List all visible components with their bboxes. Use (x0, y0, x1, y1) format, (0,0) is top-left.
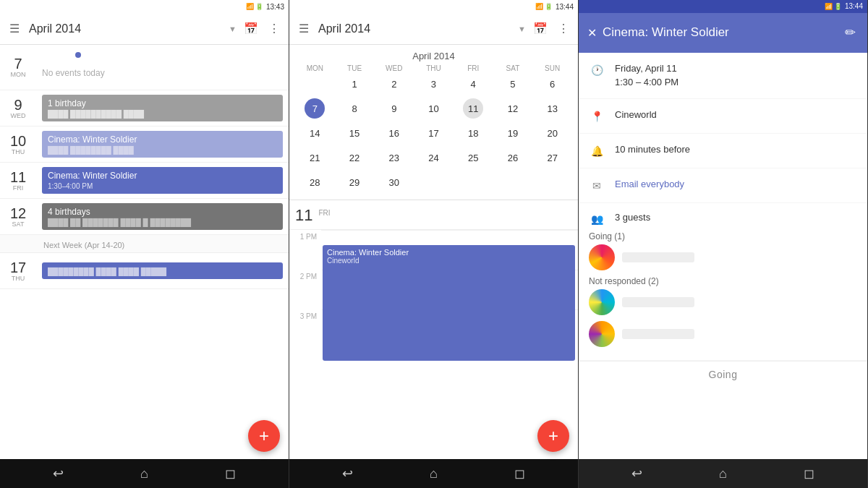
detail-date: Friday, April 11 (615, 61, 678, 76)
home-button-3[interactable]: ⌂ (719, 466, 727, 481)
cal-day-29[interactable]: 29 (344, 172, 365, 192)
going-label: Going (1) (589, 231, 857, 241)
detail-time: 1:30 – 4:00 PM (615, 75, 678, 90)
not-responded-label: Not responded (2) (589, 276, 857, 286)
event-17[interactable]: █████████ ████ ████ █████ (42, 262, 283, 279)
status-bar-2: 📶 🔋 13:44 (289, 0, 578, 13)
detail-location: Cineworld (615, 108, 657, 122)
cal-day-3[interactable]: 3 (423, 74, 443, 94)
day-label-sm: FRI (318, 209, 330, 217)
back-button-1[interactable]: ↩ (53, 466, 64, 481)
fab-button-2[interactable]: + (537, 420, 569, 452)
event-block-cinema[interactable]: Cinema: Winter Soldier Cineworld (323, 245, 575, 361)
day-label-12: 12 SAT (0, 199, 36, 234)
cal-day-24[interactable]: 24 (423, 147, 443, 168)
cal-day-1[interactable]: 1 (344, 74, 365, 94)
time-label-3pm: 3 PM (289, 309, 321, 349)
dropdown-arrow-1[interactable]: ▼ (229, 25, 237, 33)
day-row-10: 10 THU Cinema: Winter Soldier ████ █████… (0, 127, 289, 163)
cal-day-6[interactable]: 6 (542, 74, 563, 94)
time-slot-1pm: 1 PM Cinema: Winter Soldier Cineworld (289, 230, 578, 270)
guest-name-1 (622, 252, 694, 262)
status-time-3: 13:44 (845, 2, 863, 10)
cal-day-13[interactable]: 13 (542, 98, 563, 119)
fab-button-1[interactable]: + (248, 420, 280, 452)
cal-day-26[interactable]: 26 (503, 147, 523, 168)
cal-day-25[interactable]: 25 (463, 147, 483, 168)
schedule-content: 7 MON No events today 9 WED 1 birthday █… (0, 45, 289, 459)
cal-day-17[interactable]: 17 (423, 123, 443, 143)
cal-day-22[interactable]: 22 (344, 147, 365, 168)
status-time-1: 13:43 (266, 3, 284, 11)
close-icon[interactable]: ✕ (587, 26, 597, 40)
event-title-birthdays-12: 4 birthdays (48, 207, 277, 217)
recents-button-2[interactable]: ◻ (514, 466, 525, 481)
cal-day-4[interactable]: 4 (463, 74, 483, 94)
cal-day-11[interactable]: 11 (463, 98, 483, 119)
more-icon-2[interactable]: ⋮ (555, 20, 572, 38)
event-sub-cinema-10: ████ ████████ ████ (48, 146, 277, 154)
event-birthday-9[interactable]: 1 birthday ████ ██████████ ████ (42, 95, 283, 121)
event-cinema-11[interactable]: Cinema: Winter Soldier 1:30–4:00 PM (42, 167, 283, 194)
cal-day-27[interactable]: 27 (542, 147, 563, 168)
cal-day-7[interactable]: 7 (305, 98, 325, 119)
event-birthdays-12[interactable]: 4 birthdays ████ ██ ███████ ████ █ █████… (42, 203, 283, 230)
cal-day-20[interactable]: 20 (542, 123, 563, 143)
home-button-2[interactable]: ⌂ (430, 466, 438, 481)
detail-reminder: 10 minutes before (615, 142, 690, 157)
detail-content: 🕐 Friday, April 11 1:30 – 4:00 PM 📍 Cine… (579, 53, 867, 459)
calendar-icon-2[interactable]: 📅 (532, 20, 549, 38)
clock-icon: 🕐 (589, 62, 605, 78)
back-button-2[interactable]: ↩ (342, 466, 353, 481)
guests-header: 👥 3 guests (589, 210, 857, 227)
cal-day-16[interactable]: 16 (384, 123, 404, 143)
panel-month: 📶 🔋 13:44 ☰ April 2014 ▼ 📅 ⋮ April 2014 … (289, 0, 579, 488)
cal-day-28[interactable]: 28 (305, 172, 325, 192)
event-detail-header: ✕ Cinema: Winter Soldier ✏ (579, 13, 867, 53)
timeline-dot (75, 52, 81, 58)
day-row-7: 7 MON No events today (0, 45, 289, 90)
week-header-next: Next Week (Apr 14-20) (0, 235, 289, 253)
cal-day-9[interactable]: 9 (384, 98, 404, 119)
day-label-7: 7 MON (0, 45, 36, 90)
detail-row-datetime: 🕐 Friday, April 11 1:30 – 4:00 PM (579, 53, 867, 99)
guests-count: 3 guests (615, 210, 650, 227)
nav-bar-1: ↩ ⌂ ◻ (0, 459, 289, 488)
calendar-divider (289, 200, 578, 200)
cal-day-8[interactable]: 8 (344, 98, 365, 119)
time-line-1pm: Cinema: Winter Soldier Cineworld (321, 230, 578, 270)
detail-datetime: Friday, April 11 1:30 – 4:00 PM (615, 61, 678, 90)
cal-day-12[interactable]: 12 (503, 98, 523, 119)
cal-day-14[interactable]: 14 (305, 123, 325, 143)
edit-icon[interactable]: ✏ (841, 24, 859, 41)
cal-day-30[interactable]: 30 (384, 172, 404, 192)
home-button-1[interactable]: ⌂ (140, 466, 148, 481)
cal-day-10[interactable]: 10 (423, 98, 443, 119)
cal-week-2: 7 8 9 10 11 12 13 (292, 97, 575, 121)
back-button-3[interactable]: ↩ (631, 466, 642, 481)
recents-button-3[interactable]: ◻ (804, 466, 814, 481)
guests-section: 👥 3 guests Going (1) Not responded (2) (579, 203, 867, 361)
cal-day-15[interactable]: 15 (344, 123, 365, 143)
guest-name-2 (622, 297, 694, 307)
cal-day-21[interactable]: 21 (305, 147, 325, 168)
going-button[interactable]: Going (709, 369, 738, 380)
guest-row-nr-2 (589, 321, 857, 347)
recents-button-1[interactable]: ◻ (225, 466, 236, 481)
hamburger-icon-1[interactable]: ☰ (6, 20, 23, 38)
cal-day-23[interactable]: 23 (384, 147, 404, 168)
cal-day-18[interactable]: 18 (463, 123, 483, 143)
more-icon-1[interactable]: ⋮ (265, 20, 283, 38)
day-row-9: 9 WED 1 birthday ████ ██████████ ████ (0, 90, 289, 127)
bottom-action: Going (579, 361, 867, 388)
cal-day-5[interactable]: 5 (503, 74, 523, 94)
event-cinema-10[interactable]: Cinema: Winter Soldier ████ ████████ ███… (42, 131, 283, 158)
cal-day-19[interactable]: 19 (503, 123, 523, 143)
calendar-icon-1[interactable]: 📅 (242, 20, 260, 38)
dropdown-arrow-2[interactable]: ▼ (518, 25, 526, 33)
day-events-12: 4 birthdays ████ ██ ███████ ████ █ █████… (36, 199, 289, 234)
detail-email[interactable]: Email everybody (615, 177, 684, 192)
day-num-big: 11 (295, 206, 312, 225)
cal-day-2[interactable]: 2 (384, 74, 404, 94)
hamburger-icon-2[interactable]: ☰ (295, 20, 312, 38)
